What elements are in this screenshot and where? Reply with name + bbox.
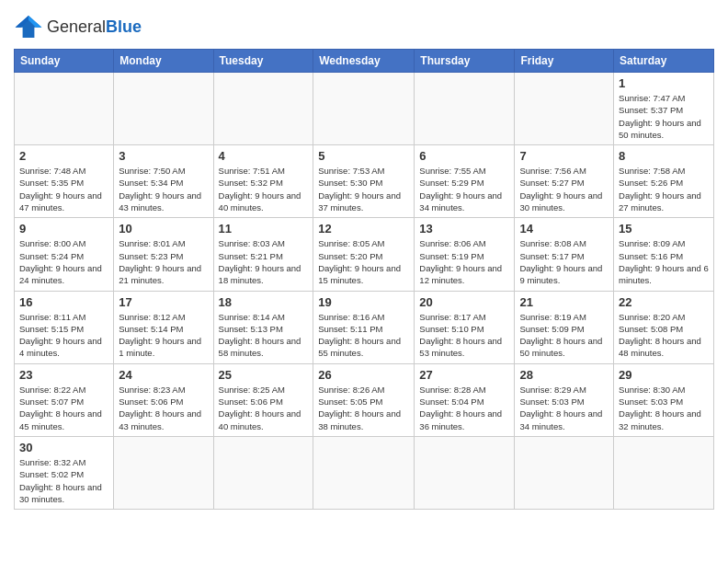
day-info: Sunrise: 8:14 AM Sunset: 5:13 PM Dayligh… — [219, 311, 309, 360]
calendar-cell: 3Sunrise: 7:50 AM Sunset: 5:34 PM Daylig… — [114, 145, 213, 218]
day-number: 9 — [19, 222, 108, 236]
day-info: Sunrise: 8:03 AM Sunset: 5:21 PM Dayligh… — [219, 237, 309, 286]
calendar-cell — [614, 436, 714, 509]
logo: GeneralBlue — [14, 14, 142, 40]
col-thursday: Thursday — [415, 50, 515, 73]
calendar-cell: 28Sunrise: 8:29 AM Sunset: 5:03 PM Dayli… — [515, 363, 614, 436]
calendar-cell: 16Sunrise: 8:11 AM Sunset: 5:15 PM Dayli… — [15, 291, 114, 363]
day-info: Sunrise: 7:56 AM Sunset: 5:27 PM Dayligh… — [519, 165, 609, 213]
day-number: 24 — [119, 368, 208, 382]
day-info: Sunrise: 8:32 AM Sunset: 5:02 PM Dayligh… — [19, 456, 108, 505]
day-number: 19 — [318, 295, 409, 309]
day-number: 17 — [119, 295, 208, 309]
logo-icon — [14, 14, 43, 40]
day-number: 13 — [419, 222, 509, 236]
logo-text: GeneralBlue — [47, 17, 142, 37]
day-info: Sunrise: 8:05 AM Sunset: 5:20 PM Dayligh… — [318, 237, 409, 286]
day-number: 28 — [519, 368, 609, 382]
day-number: 12 — [318, 222, 409, 236]
calendar-cell — [415, 436, 515, 509]
day-info: Sunrise: 8:06 AM Sunset: 5:19 PM Dayligh… — [419, 237, 509, 286]
calendar-cell: 30Sunrise: 8:32 AM Sunset: 5:02 PM Dayli… — [15, 436, 114, 509]
col-saturday: Saturday — [614, 50, 714, 73]
calendar-cell: 18Sunrise: 8:14 AM Sunset: 5:13 PM Dayli… — [213, 291, 313, 363]
calendar-cell: 14Sunrise: 8:08 AM Sunset: 5:17 PM Dayli… — [515, 218, 614, 291]
day-info: Sunrise: 8:09 AM Sunset: 5:16 PM Dayligh… — [619, 237, 709, 286]
calendar-cell — [415, 73, 515, 145]
col-monday: Monday — [114, 50, 213, 73]
day-info: Sunrise: 8:11 AM Sunset: 5:15 PM Dayligh… — [19, 311, 108, 360]
calendar-cell: 15Sunrise: 8:09 AM Sunset: 5:16 PM Dayli… — [614, 218, 714, 291]
day-info: Sunrise: 7:58 AM Sunset: 5:26 PM Dayligh… — [619, 165, 709, 213]
calendar-cell: 6Sunrise: 7:55 AM Sunset: 5:29 PM Daylig… — [415, 145, 515, 218]
day-info: Sunrise: 8:26 AM Sunset: 5:05 PM Dayligh… — [318, 384, 409, 432]
calendar-week-row: 16Sunrise: 8:11 AM Sunset: 5:15 PM Dayli… — [15, 291, 714, 363]
day-info: Sunrise: 8:00 AM Sunset: 5:24 PM Dayligh… — [19, 237, 108, 286]
calendar-cell: 1Sunrise: 7:47 AM Sunset: 5:37 PM Daylig… — [614, 73, 714, 145]
day-info: Sunrise: 8:22 AM Sunset: 5:07 PM Dayligh… — [19, 384, 108, 432]
day-info: Sunrise: 7:50 AM Sunset: 5:34 PM Dayligh… — [119, 165, 208, 213]
col-wednesday: Wednesday — [313, 50, 415, 73]
calendar-cell: 24Sunrise: 8:23 AM Sunset: 5:06 PM Dayli… — [114, 363, 213, 436]
day-info: Sunrise: 8:29 AM Sunset: 5:03 PM Dayligh… — [519, 384, 609, 432]
day-info: Sunrise: 8:28 AM Sunset: 5:04 PM Dayligh… — [419, 384, 509, 432]
day-number: 18 — [219, 295, 309, 309]
day-number: 29 — [619, 368, 709, 382]
header: GeneralBlue — [14, 14, 714, 40]
calendar-cell — [515, 73, 614, 145]
calendar-cell: 2Sunrise: 7:48 AM Sunset: 5:35 PM Daylig… — [15, 145, 114, 218]
day-number: 3 — [119, 149, 208, 163]
calendar-cell: 9Sunrise: 8:00 AM Sunset: 5:24 PM Daylig… — [15, 218, 114, 291]
logo-general: General — [47, 17, 106, 36]
day-number: 16 — [19, 295, 108, 309]
day-number: 11 — [219, 222, 309, 236]
calendar-cell: 11Sunrise: 8:03 AM Sunset: 5:21 PM Dayli… — [213, 218, 313, 291]
calendar-cell — [15, 73, 114, 145]
calendar-cell: 17Sunrise: 8:12 AM Sunset: 5:14 PM Dayli… — [114, 291, 213, 363]
calendar: Sunday Monday Tuesday Wednesday Thursday… — [14, 49, 714, 510]
calendar-cell: 23Sunrise: 8:22 AM Sunset: 5:07 PM Dayli… — [15, 363, 114, 436]
calendar-cell: 26Sunrise: 8:26 AM Sunset: 5:05 PM Dayli… — [313, 363, 415, 436]
day-info: Sunrise: 7:47 AM Sunset: 5:37 PM Dayligh… — [619, 92, 709, 141]
day-number: 21 — [519, 295, 609, 309]
col-sunday: Sunday — [15, 50, 114, 73]
calendar-cell: 29Sunrise: 8:30 AM Sunset: 5:03 PM Dayli… — [614, 363, 714, 436]
calendar-cell: 5Sunrise: 7:53 AM Sunset: 5:30 PM Daylig… — [313, 145, 415, 218]
day-number: 30 — [19, 441, 108, 454]
day-number: 26 — [318, 368, 409, 382]
calendar-cell — [313, 73, 415, 145]
day-info: Sunrise: 7:48 AM Sunset: 5:35 PM Dayligh… — [19, 165, 108, 213]
day-info: Sunrise: 8:12 AM Sunset: 5:14 PM Dayligh… — [119, 311, 208, 360]
calendar-cell — [213, 436, 313, 509]
day-info: Sunrise: 8:25 AM Sunset: 5:06 PM Dayligh… — [219, 384, 309, 432]
day-info: Sunrise: 7:53 AM Sunset: 5:30 PM Dayligh… — [318, 165, 409, 213]
calendar-week-row: 30Sunrise: 8:32 AM Sunset: 5:02 PM Dayli… — [15, 436, 714, 509]
col-friday: Friday — [515, 50, 614, 73]
day-info: Sunrise: 8:16 AM Sunset: 5:11 PM Dayligh… — [318, 311, 409, 360]
logo-blue: Blue — [106, 17, 142, 36]
day-number: 6 — [419, 149, 509, 163]
calendar-week-row: 9Sunrise: 8:00 AM Sunset: 5:24 PM Daylig… — [15, 218, 714, 291]
calendar-cell — [313, 436, 415, 509]
day-number: 2 — [19, 149, 108, 163]
calendar-cell: 7Sunrise: 7:56 AM Sunset: 5:27 PM Daylig… — [515, 145, 614, 218]
calendar-cell: 19Sunrise: 8:16 AM Sunset: 5:11 PM Dayli… — [313, 291, 415, 363]
day-number: 20 — [419, 295, 509, 309]
day-number: 15 — [619, 222, 709, 236]
calendar-week-row: 2Sunrise: 7:48 AM Sunset: 5:35 PM Daylig… — [15, 145, 714, 218]
calendar-cell: 8Sunrise: 7:58 AM Sunset: 5:26 PM Daylig… — [614, 145, 714, 218]
calendar-week-row: 23Sunrise: 8:22 AM Sunset: 5:07 PM Dayli… — [15, 363, 714, 436]
calendar-cell: 20Sunrise: 8:17 AM Sunset: 5:10 PM Dayli… — [415, 291, 515, 363]
day-number: 8 — [619, 149, 709, 163]
calendar-cell: 27Sunrise: 8:28 AM Sunset: 5:04 PM Dayli… — [415, 363, 515, 436]
day-info: Sunrise: 7:55 AM Sunset: 5:29 PM Dayligh… — [419, 165, 509, 213]
day-info: Sunrise: 8:19 AM Sunset: 5:09 PM Dayligh… — [519, 311, 609, 360]
day-info: Sunrise: 8:01 AM Sunset: 5:23 PM Dayligh… — [119, 237, 208, 286]
calendar-header-row: Sunday Monday Tuesday Wednesday Thursday… — [15, 50, 714, 73]
day-info: Sunrise: 8:08 AM Sunset: 5:17 PM Dayligh… — [519, 237, 609, 286]
day-info: Sunrise: 7:51 AM Sunset: 5:32 PM Dayligh… — [219, 165, 309, 213]
calendar-cell: 13Sunrise: 8:06 AM Sunset: 5:19 PM Dayli… — [415, 218, 515, 291]
day-number: 7 — [519, 149, 609, 163]
day-number: 10 — [119, 222, 208, 236]
day-number: 4 — [219, 149, 309, 163]
